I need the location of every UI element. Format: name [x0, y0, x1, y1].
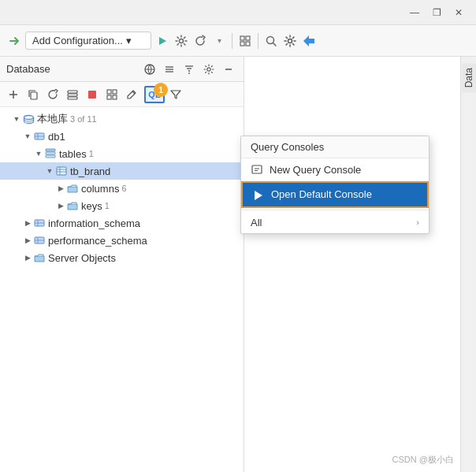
close-button[interactable]: ✕	[448, 5, 470, 20]
tree-item-info-schema[interactable]: ▶ information_schema	[0, 214, 244, 232]
sort-down-icon[interactable]	[180, 61, 198, 78]
svg-rect-30	[107, 95, 111, 99]
tree-grid-icon[interactable]	[103, 86, 121, 103]
tree-item-tables[interactable]: ▼ tables 1	[0, 145, 244, 162]
panel-actions	[141, 61, 237, 78]
svg-rect-39	[46, 155, 55, 158]
svg-line-7	[273, 43, 277, 46]
arrow-tb-brand: ▼	[44, 165, 55, 177]
filter-icon[interactable]	[167, 86, 184, 103]
copy-icon[interactable]	[24, 86, 42, 103]
tb-brand-label: tb_brand	[70, 165, 110, 177]
svg-rect-31	[113, 95, 117, 99]
panel-header: Database	[0, 57, 244, 82]
ql-icon-container: QL 1	[144, 86, 165, 103]
open-default-label: Open Default Console	[271, 188, 372, 200]
tree-toolbar: QL 1	[0, 82, 244, 107]
tables-icon	[44, 147, 57, 160]
separator-1	[232, 33, 232, 49]
add-icon[interactable]	[5, 86, 22, 103]
run-icon[interactable]	[154, 33, 170, 49]
all-arrow: ›	[416, 217, 419, 227]
info-schema-icon	[33, 217, 46, 229]
all-item[interactable]: All ›	[241, 212, 429, 233]
database-panel: Database	[0, 57, 244, 472]
refresh-icon[interactable]	[192, 33, 208, 49]
svg-rect-2	[240, 36, 244, 40]
tree-refresh-icon[interactable]	[44, 86, 61, 103]
keys-label: keys	[81, 200, 102, 212]
arrow-server-objects: ▶	[22, 252, 33, 263]
new-console-label: New Query Console	[270, 164, 361, 176]
svg-rect-28	[107, 90, 111, 94]
filter-icon-container	[167, 86, 184, 103]
config-label: Add Configuration...	[32, 35, 123, 46]
svg-rect-25	[68, 94, 77, 96]
globe-icon[interactable]	[141, 61, 158, 78]
separator-2	[258, 33, 258, 49]
svg-rect-26	[68, 97, 77, 99]
tb-brand-icon	[55, 165, 68, 177]
columns-label: columns	[81, 183, 119, 195]
keys-folder-icon	[66, 199, 79, 212]
arrow-info-schema: ▶	[22, 217, 33, 229]
data-tab[interactable]: Data	[462, 63, 476, 92]
edit-icon[interactable]	[123, 86, 140, 103]
gear-icon[interactable]	[282, 33, 298, 49]
svg-rect-24	[68, 91, 77, 93]
dropdown-separator	[241, 210, 429, 210]
svg-rect-23	[31, 92, 37, 99]
refresh-dropdown-icon[interactable]: ▾	[211, 33, 227, 49]
columns-folder-icon	[66, 182, 79, 195]
stop-icon[interactable]	[84, 86, 101, 103]
svg-rect-37	[46, 149, 55, 151]
dropdown-header: Query Consoles	[241, 136, 429, 158]
tree-item-tb-brand[interactable]: ▼ tb_brand	[0, 162, 244, 180]
badge-1: 1	[154, 83, 168, 97]
tree-content: ▼ 本地库 3 of 11 ▼	[0, 107, 244, 472]
minimize-button[interactable]: —	[403, 5, 426, 20]
watermark: CSDN @极小白	[392, 454, 454, 466]
tree-item-root[interactable]: ▼ 本地库 3 of 11	[0, 110, 244, 128]
navigate-icon[interactable]	[301, 33, 317, 49]
schema-icon[interactable]	[64, 86, 81, 103]
grid-icon[interactable]	[237, 33, 253, 49]
all-label: All	[251, 217, 262, 229]
svg-rect-29	[113, 90, 117, 94]
info-schema-label: information_schema	[48, 217, 140, 229]
maximize-button[interactable]: ❐	[426, 5, 448, 20]
tree-item-columns[interactable]: ▶ columns 6	[0, 180, 244, 197]
tree-item-db1[interactable]: ▼ db1	[0, 128, 244, 145]
right-tab: Data	[460, 57, 476, 472]
settings-icon[interactable]	[173, 33, 189, 49]
search-icon[interactable]	[263, 33, 279, 49]
server-objects-label: Server Objects	[48, 252, 116, 264]
perf-schema-icon	[33, 234, 46, 247]
svg-marker-0	[159, 37, 166, 45]
svg-marker-53	[255, 191, 262, 200]
svg-point-1	[180, 39, 184, 43]
db1-label: db1	[48, 131, 65, 143]
arrow-tables: ▼	[33, 148, 44, 159]
svg-rect-40	[57, 167, 66, 175]
open-default-item[interactable]: Open Default Console	[241, 181, 429, 207]
tree-item-perf-schema[interactable]: ▶ performance_schema	[0, 232, 244, 249]
new-console-item[interactable]: New Query Console	[241, 158, 429, 181]
back-icon[interactable]	[6, 33, 22, 49]
add-config-button[interactable]: Add Configuration... ▾	[25, 32, 151, 50]
tree-item-keys[interactable]: ▶ keys 1	[0, 197, 244, 214]
svg-point-33	[24, 115, 33, 119]
svg-rect-5	[246, 42, 250, 46]
list-icon[interactable]	[161, 61, 178, 78]
config-arrow: ▾	[126, 35, 132, 46]
open-default-icon	[252, 188, 265, 201]
svg-rect-4	[240, 42, 244, 46]
tables-count: 1	[89, 149, 94, 158]
svg-marker-9	[303, 35, 314, 46]
keys-count: 1	[105, 201, 110, 210]
collapse-icon[interactable]	[220, 61, 237, 78]
tree-item-server-objects[interactable]: ▶ Server Objects	[0, 249, 244, 266]
svg-rect-38	[46, 152, 55, 154]
panel-settings-icon[interactable]	[200, 61, 218, 78]
db1-icon	[33, 130, 46, 143]
